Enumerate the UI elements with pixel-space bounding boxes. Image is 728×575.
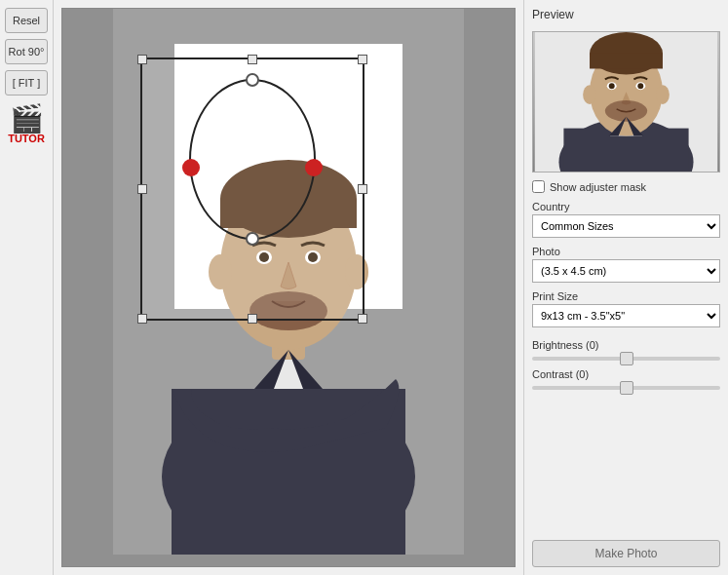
tutor-label: TUTOR bbox=[8, 133, 45, 144]
rotate-button[interactable]: Rot 90° bbox=[5, 39, 48, 64]
svg-point-33 bbox=[656, 85, 670, 104]
fit-button[interactable]: [ FIT ] bbox=[5, 70, 48, 96]
ear-handle-left[interactable] bbox=[182, 159, 200, 176]
face-oval[interactable] bbox=[189, 79, 316, 240]
handle-mid-left[interactable] bbox=[137, 184, 147, 194]
make-photo-button[interactable]: Make Photo bbox=[532, 540, 720, 567]
selection-box[interactable] bbox=[140, 58, 364, 321]
svg-point-29 bbox=[609, 83, 615, 89]
print-size-field-group: Print Size 9x13 cm - 3.5"x5" 10x15 cm - … bbox=[532, 290, 720, 327]
tutor-button[interactable]: 🎬 TUTOR bbox=[8, 105, 45, 144]
preview-title: Preview bbox=[532, 8, 720, 21]
image-canvas[interactable] bbox=[61, 8, 516, 567]
right-panel: Preview bbox=[523, 0, 728, 575]
photo-field-group: Photo (3.5 x 4.5 cm) (2 x 2 inch) bbox=[532, 246, 720, 283]
photo-select[interactable]: (3.5 x 4.5 cm) (2 x 2 inch) bbox=[532, 259, 720, 283]
contrast-row: Contrast (0) bbox=[532, 368, 720, 390]
contrast-thumb[interactable] bbox=[620, 381, 633, 395]
print-size-label: Print Size bbox=[532, 290, 720, 302]
show-mask-row: Show adjuster mask bbox=[532, 180, 720, 193]
handle-bot-center[interactable] bbox=[248, 314, 257, 324]
handle-bot-left[interactable] bbox=[137, 314, 147, 324]
preview-person-bg bbox=[533, 32, 719, 172]
handle-top-center[interactable] bbox=[248, 55, 257, 64]
preview-svg bbox=[533, 32, 719, 172]
handle-top-left[interactable] bbox=[137, 55, 147, 64]
main-area bbox=[54, 0, 523, 575]
preview-image bbox=[532, 31, 720, 172]
handle-bot-right[interactable] bbox=[358, 314, 367, 324]
brightness-thumb[interactable] bbox=[620, 352, 633, 365]
brightness-track bbox=[532, 357, 720, 361]
contrast-label: Contrast (0) bbox=[532, 368, 720, 380]
reset-button[interactable]: Resel bbox=[5, 8, 48, 33]
country-field-group: Country Common Sizes USA UK Canada bbox=[532, 201, 720, 238]
slider-section: Brightness (0) Contrast (0) bbox=[532, 339, 720, 390]
chin-handle[interactable] bbox=[246, 232, 259, 246]
svg-point-31 bbox=[605, 100, 647, 122]
svg-point-30 bbox=[637, 83, 643, 89]
toolbar: Resel Rot 90° [ FIT ] 🎬 TUTOR bbox=[0, 0, 54, 575]
svg-rect-26 bbox=[590, 54, 663, 69]
country-select[interactable]: Common Sizes USA UK Canada bbox=[532, 214, 720, 238]
show-mask-label: Show adjuster mask bbox=[550, 181, 646, 193]
handle-mid-right[interactable] bbox=[358, 184, 367, 194]
print-size-select[interactable]: 9x13 cm - 3.5"x5" 10x15 cm - 4"x6" bbox=[532, 304, 720, 327]
photo-label: Photo bbox=[532, 246, 720, 257]
film-icon: 🎬 bbox=[10, 105, 44, 133]
brightness-row: Brightness (0) bbox=[532, 339, 720, 361]
ear-handle-right[interactable] bbox=[305, 159, 323, 176]
country-label: Country bbox=[532, 201, 720, 212]
oval-top-handle[interactable] bbox=[246, 73, 259, 87]
handle-top-right[interactable] bbox=[358, 55, 367, 64]
contrast-track bbox=[532, 386, 720, 390]
svg-point-32 bbox=[583, 85, 596, 104]
show-mask-checkbox[interactable] bbox=[532, 180, 545, 193]
brightness-label: Brightness (0) bbox=[532, 339, 720, 351]
